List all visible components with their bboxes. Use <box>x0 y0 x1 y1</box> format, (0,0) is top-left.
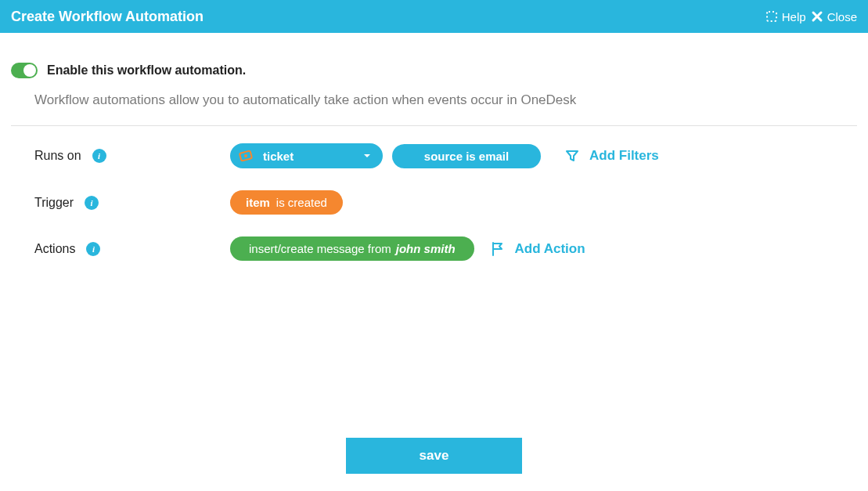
add-filters-group: Add Filters <box>564 148 659 164</box>
runs-on-label: Runs on <box>34 149 81 163</box>
enable-toggle[interactable] <box>11 63 38 78</box>
add-filters-link[interactable]: Add Filters <box>589 148 659 164</box>
help-icon <box>765 10 778 23</box>
trigger-condition: is created <box>276 196 327 209</box>
filter-icon <box>564 148 580 164</box>
description-text: Workflow automations allow you to automa… <box>34 92 857 108</box>
close-label: Close <box>827 10 857 23</box>
save-button[interactable]: save <box>346 438 522 474</box>
flag-icon <box>490 241 506 257</box>
action-value: john smith <box>396 242 456 255</box>
action-pill[interactable]: insert/create message from john smith <box>230 236 474 261</box>
dialog-header: Create Workflow Automation Help Close <box>0 0 868 33</box>
runs-on-row: Runs on i ticket source is e <box>34 143 857 168</box>
source-filter-pill[interactable]: source is email <box>392 144 541 168</box>
trigger-label-col: Trigger i <box>34 196 230 210</box>
ticket-label: ticket <box>263 150 353 163</box>
close-button[interactable]: Close <box>811 10 857 23</box>
svg-point-2 <box>244 154 247 157</box>
dialog-content: Enable this workflow automation. Workflo… <box>0 33 868 261</box>
divider <box>11 125 857 126</box>
svg-rect-0 <box>767 12 776 21</box>
actions-row: Actions i insert/create message from joh… <box>34 236 857 261</box>
ticket-dropdown[interactable]: ticket <box>230 143 383 168</box>
help-button[interactable]: Help <box>765 10 806 23</box>
enable-label: Enable this workflow automation. <box>47 63 246 78</box>
save-button-container: save <box>0 438 868 474</box>
runs-on-label-col: Runs on i <box>34 149 230 163</box>
close-icon <box>811 10 823 23</box>
actions-label-col: Actions i <box>34 242 230 256</box>
info-icon[interactable]: i <box>85 196 99 210</box>
trigger-item: item <box>246 196 270 209</box>
header-actions: Help Close <box>765 10 857 23</box>
source-filter-label: source is email <box>424 150 509 163</box>
trigger-label: Trigger <box>34 196 74 210</box>
info-icon[interactable]: i <box>92 149 106 163</box>
info-icon[interactable]: i <box>86 242 100 256</box>
runs-on-controls: ticket source is email Add Filters <box>230 143 659 168</box>
ticket-icon <box>238 148 254 164</box>
actions-controls: insert/create message from john smith Ad… <box>230 236 585 261</box>
help-label: Help <box>782 10 806 23</box>
chevron-down-icon <box>362 151 372 161</box>
add-action-link[interactable]: Add Action <box>515 241 585 257</box>
trigger-row: Trigger i item is created <box>34 190 857 215</box>
actions-label: Actions <box>34 242 75 256</box>
dialog-title: Create Workflow Automation <box>11 9 203 25</box>
enable-row: Enable this workflow automation. <box>11 63 857 78</box>
trigger-pill[interactable]: item is created <box>230 190 343 215</box>
action-text: insert/create message from <box>249 242 391 255</box>
trigger-controls: item is created <box>230 190 343 215</box>
